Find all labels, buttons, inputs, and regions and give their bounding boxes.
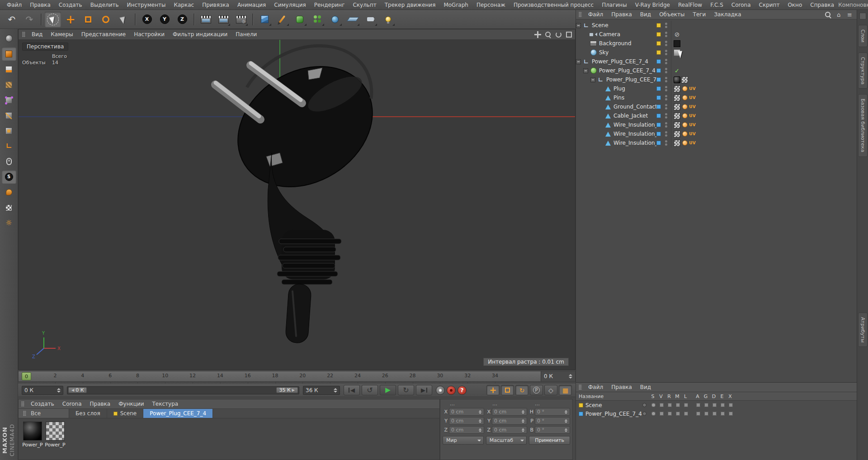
transport-button[interactable]: ◀ — [344, 385, 360, 395]
layer-manager-menu-item[interactable]: Правка — [607, 383, 636, 391]
layer-toggle-icon[interactable] — [719, 411, 726, 417]
layer-column-letter[interactable]: X — [726, 394, 734, 399]
object-row[interactable]: Plug — [576, 84, 857, 93]
layer-toggle-icon[interactable] — [711, 411, 718, 417]
mode-button[interactable] — [2, 93, 16, 107]
object-row[interactable]: Pins — [576, 93, 857, 102]
object-tag-icon[interactable] — [681, 76, 688, 83]
object-name[interactable]: Plug — [613, 85, 625, 92]
object-tag-icon[interactable] — [674, 40, 680, 47]
transport-button[interactable]: ▶ — [416, 385, 432, 395]
menubar-item[interactable]: Файл — [3, 1, 26, 9]
object-tag-icon[interactable] — [689, 122, 696, 128]
object-color-chip[interactable] — [656, 104, 661, 109]
layer-toggle-icon[interactable] — [703, 402, 710, 408]
expander-icon[interactable] — [590, 77, 595, 82]
material-layer-tab[interactable]: Scene — [107, 409, 144, 418]
menubar-item[interactable]: Скрипт — [755, 1, 784, 9]
manager-icon[interactable]: ≡ — [846, 11, 853, 18]
spinner-icon[interactable] — [479, 419, 481, 423]
object-tag-icon[interactable] — [681, 95, 688, 101]
object-tag-icon[interactable] — [681, 85, 688, 92]
keyframe-toggle[interactable]: P — [530, 385, 543, 395]
mode-button[interactable] — [2, 109, 16, 122]
apply-button[interactable]: Применить — [529, 436, 570, 445]
object-row[interactable]: ∟ Power_Plug_CEE_7_4 — [576, 75, 857, 84]
preview-range-slider[interactable]: ◀ 0 К 35 К ▶ — [67, 386, 299, 394]
object-tag-icon[interactable] — [674, 104, 680, 110]
panel-grip-icon[interactable] — [579, 12, 582, 17]
layer-current-radio[interactable] — [642, 412, 646, 416]
object-name[interactable]: Wire_Insulation_02 — [613, 131, 656, 137]
toolbar-button[interactable] — [380, 12, 396, 27]
visibility-dots[interactable] — [663, 68, 669, 73]
menubar-item[interactable]: Скульпт — [349, 1, 380, 9]
mode-button[interactable]: S — [2, 170, 16, 184]
camera-mode-label[interactable]: Перспектива — [22, 43, 68, 51]
ruler-frame-field[interactable]: 0 К — [541, 371, 575, 381]
object-color-chip[interactable] — [656, 123, 661, 127]
visibility-dots[interactable] — [663, 23, 669, 28]
visibility-dots[interactable] — [663, 95, 669, 100]
toolbar-button[interactable] — [39, 12, 43, 27]
visibility-dots[interactable] — [663, 59, 669, 64]
menubar-item[interactable]: Анимация — [233, 1, 270, 9]
keyframe-toggle[interactable]: ↻ — [515, 385, 528, 395]
object-tag-icon[interactable] — [674, 113, 680, 119]
dock-icon[interactable] — [859, 13, 866, 19]
position-field[interactable]: 0 cm — [449, 417, 484, 425]
coordinates-column-header[interactable]: … — [528, 401, 570, 407]
object-row[interactable]: Sky — [576, 48, 857, 57]
toolbar-button[interactable] — [250, 12, 255, 27]
object-name[interactable]: Pins — [613, 95, 624, 101]
layer-manager-menu-item[interactable]: Вид — [636, 383, 655, 391]
material-item[interactable]: Power_P — [44, 422, 66, 448]
expander-icon[interactable] — [583, 68, 588, 73]
layer-column-letter[interactable]: E — [718, 394, 726, 399]
record-button[interactable] — [436, 386, 445, 395]
layer-name[interactable]: Scene — [585, 402, 642, 408]
object-tag-icon[interactable] — [674, 31, 680, 38]
menubar-item[interactable]: Правка — [26, 1, 55, 9]
transport-button[interactable]: ▶ — [380, 385, 396, 395]
object-color-chip[interactable] — [656, 23, 661, 28]
toolbar-button[interactable]: ↷ — [21, 12, 38, 27]
material-list[interactable]: Power_P Power_P — [19, 418, 439, 460]
object-manager-menu-item[interactable]: Файл — [584, 10, 607, 19]
object-manager-menu-item[interactable]: Вид — [636, 10, 655, 19]
visibility-dots[interactable] — [663, 140, 669, 146]
keyframe-toggle[interactable]: ◇ — [544, 385, 557, 395]
menubar-item[interactable]: F.C.S — [706, 1, 727, 9]
object-tag-icon[interactable] — [689, 113, 696, 119]
object-row[interactable]: Camera — [576, 30, 857, 39]
toolbar-button[interactable] — [198, 12, 214, 27]
visibility-dots[interactable] — [663, 86, 669, 91]
layer-column-letter[interactable]: S — [649, 394, 656, 399]
manager-icon[interactable] — [825, 11, 831, 18]
visibility-dots[interactable] — [663, 41, 669, 46]
layer-name[interactable]: Power_Plug_CEE_7_4 — [585, 411, 642, 417]
spinner-icon[interactable] — [479, 428, 481, 432]
current-frame-field[interactable]: 0 К — [22, 386, 63, 395]
object-tag-icon[interactable] — [681, 140, 688, 147]
mode-button[interactable] — [2, 155, 16, 168]
layer-toggle-icon[interactable] — [658, 411, 665, 417]
panel-grip-icon[interactable] — [22, 32, 25, 37]
layer-toggle-icon[interactable] — [666, 402, 673, 408]
toolbar-button[interactable]: + — [62, 12, 79, 27]
object-name[interactable]: Camera — [599, 31, 620, 38]
position-field[interactable]: 0 cm — [449, 408, 484, 416]
layer-toggle-icon[interactable] — [682, 402, 689, 408]
spinner-icon[interactable] — [522, 419, 524, 423]
menubar-item[interactable]: Инструменты — [123, 1, 170, 9]
object-row[interactable]: ∟ Power_Plug_CEE_7_4 — [576, 57, 857, 66]
toolbar-button[interactable]: Z — [174, 12, 190, 27]
visibility-dots[interactable] — [663, 122, 669, 128]
toolbar-button[interactable] — [309, 12, 326, 27]
mode-button[interactable] — [2, 47, 16, 61]
toolbar-button[interactable] — [45, 12, 61, 27]
toolbar-button[interactable] — [344, 12, 361, 27]
end-frame-field[interactable]: 36 К — [303, 386, 340, 395]
menubar-item[interactable]: Симуляция — [270, 1, 310, 9]
toolbar-button[interactable] — [133, 12, 137, 27]
